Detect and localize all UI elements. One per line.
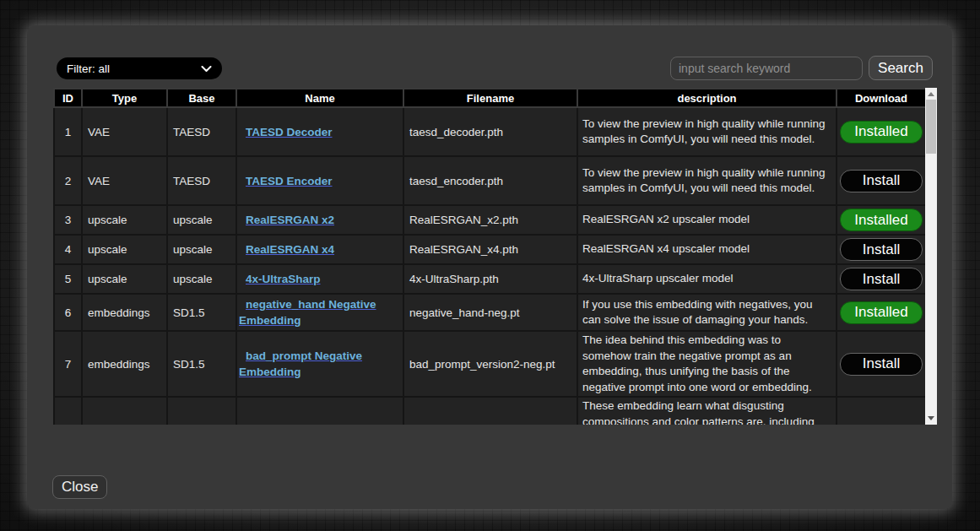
model-table-container: IDTypeBaseNameFilenamedescriptionDownloa…: [53, 88, 925, 425]
install-button[interactable]: Install: [840, 238, 923, 261]
cell-download: Installed: [837, 205, 925, 235]
cell-id: 6: [54, 294, 82, 331]
cell-filename: taesd_encoder.pth: [403, 156, 577, 205]
table-scrollbar[interactable]: [925, 88, 937, 425]
cell-download: Installed: [837, 294, 925, 331]
cell-base: upscale: [167, 235, 236, 264]
scrollbar-up-arrow-icon[interactable]: [928, 92, 934, 96]
cell-id: 5: [54, 264, 82, 294]
cell-base: [167, 397, 236, 425]
scrollbar-thumb[interactable]: [926, 100, 936, 154]
column-header: Filename: [403, 89, 577, 107]
model-name-link[interactable]: TAESD Encoder: [246, 175, 333, 187]
cell-download: Installed: [837, 107, 925, 156]
install-button[interactable]: Install: [840, 353, 923, 376]
cell-name: RealESRGAN x2: [236, 205, 403, 235]
cell-download: Install: [837, 235, 925, 264]
table-row: These embedding learn what disgusting co…: [54, 397, 925, 425]
cell-name: TAESD Encoder: [236, 156, 403, 205]
cell-download: [837, 397, 925, 425]
model-table: IDTypeBaseNameFilenamedescriptionDownloa…: [53, 88, 925, 425]
model-name-link[interactable]: negative_hand Negative Embedding: [239, 298, 376, 327]
install-button[interactable]: Install: [840, 170, 923, 192]
cell-name: TAESD Decoder: [236, 107, 403, 156]
installed-button[interactable]: Installed: [840, 301, 923, 324]
cell-filename: RealESRGAN_x2.pth: [403, 205, 577, 235]
cell-name: negative_hand Negative Embedding: [236, 294, 403, 331]
cell-description: To view the preview in high quality whil…: [577, 156, 837, 205]
cell-name: bad_prompt Negative Embedding: [236, 331, 403, 397]
model-name-link[interactable]: RealESRGAN x2: [246, 214, 334, 226]
cell-id: 1: [54, 107, 82, 156]
column-header: Type: [82, 89, 167, 107]
column-header: Name: [236, 89, 403, 107]
cell-download: Install: [837, 156, 925, 205]
cell-type: [82, 397, 167, 425]
cell-id: 7: [54, 331, 82, 397]
chevron-down-icon: [201, 62, 212, 75]
model-install-dialog: Filter: all Search IDTypeBaseNameFilenam…: [27, 25, 952, 509]
cell-download: Install: [837, 264, 925, 294]
cell-base: TAESD: [167, 107, 236, 156]
column-header: description: [577, 89, 837, 107]
cell-type: embeddings: [82, 331, 167, 397]
cell-base: TAESD: [167, 156, 236, 205]
filter-select[interactable]: Filter: all: [57, 57, 222, 79]
column-header: Base: [167, 89, 236, 107]
cell-type: embeddings: [82, 294, 167, 331]
cell-description: If you use this embedding with negatives…: [577, 294, 837, 331]
cell-name: 4x-UltraSharp: [236, 264, 403, 294]
column-header: ID: [54, 89, 82, 107]
cell-filename: negative_hand-neg.pt: [403, 294, 577, 331]
table-row: 6 embeddings SD1.5 negative_hand Negativ…: [54, 294, 925, 331]
cell-filename: RealESRGAN_x4.pth: [403, 235, 577, 264]
cell-id: 4: [54, 235, 82, 264]
table-row: 4 upscale upscale RealESRGAN x4 RealESRG…: [54, 235, 925, 264]
scrollbar-down-arrow-icon[interactable]: [928, 416, 934, 420]
cell-description: To view the preview in high quality whil…: [577, 107, 837, 156]
cell-filename: taesd_decoder.pth: [403, 107, 577, 156]
model-table-body: 1 VAE TAESD TAESD Decoder taesd_decoder.…: [54, 107, 925, 425]
cell-filename: bad_prompt_version2-neg.pt: [403, 331, 577, 397]
cell-base: SD1.5: [167, 331, 236, 397]
search-input[interactable]: [670, 57, 863, 80]
cell-name: [236, 397, 403, 425]
cell-description: These embedding learn what disgusting co…: [577, 397, 837, 425]
cell-description: 4x-UltraSharp upscaler model: [577, 264, 837, 294]
installed-button[interactable]: Installed: [840, 121, 923, 144]
column-header: Download: [837, 89, 925, 107]
table-row: 5 upscale upscale 4x-UltraSharp 4x-Ultra…: [54, 264, 925, 294]
cell-type: VAE: [82, 107, 167, 156]
search-button[interactable]: Search: [869, 56, 933, 80]
table-row: 7 embeddings SD1.5 bad_prompt Negative E…: [54, 331, 925, 397]
cell-base: SD1.5: [167, 294, 236, 331]
table-row: 2 VAE TAESD TAESD Encoder taesd_encoder.…: [54, 156, 925, 205]
close-button[interactable]: Close: [52, 475, 107, 499]
model-name-link[interactable]: bad_prompt Negative Embedding: [239, 349, 362, 378]
installed-button[interactable]: Installed: [840, 209, 923, 231]
cell-id: 2: [54, 156, 82, 205]
cell-download: Install: [837, 331, 925, 397]
cell-id: [54, 397, 82, 425]
cell-id: 3: [54, 205, 82, 235]
model-name-link[interactable]: 4x-UltraSharp: [246, 273, 321, 285]
cell-name: RealESRGAN x4: [236, 235, 403, 264]
cell-type: upscale: [82, 235, 167, 264]
cell-description: RealESRGAN x2 upscaler model: [577, 205, 837, 235]
table-row: 1 VAE TAESD TAESD Decoder taesd_decoder.…: [54, 107, 925, 156]
install-button[interactable]: Install: [840, 268, 923, 290]
model-name-link[interactable]: RealESRGAN x4: [246, 243, 334, 256]
cell-type: upscale: [82, 205, 167, 235]
cell-filename: 4x-UltraSharp.pth: [403, 264, 577, 294]
cell-base: upscale: [167, 205, 236, 235]
cell-filename: [403, 397, 577, 425]
cell-type: VAE: [82, 156, 167, 205]
model-name-link[interactable]: TAESD Decoder: [246, 126, 333, 138]
cell-description: The idea behind this embedding was to so…: [577, 331, 837, 397]
table-header-row: IDTypeBaseNameFilenamedescriptionDownloa…: [54, 89, 925, 107]
filter-select-value: Filter: all: [67, 62, 110, 75]
cell-type: upscale: [82, 264, 167, 294]
cell-description: RealESRGAN x4 upscaler model: [577, 235, 837, 264]
table-row: 3 upscale upscale RealESRGAN x2 RealESRG…: [54, 205, 925, 235]
comfyui-canvas-background: Filter: all Search IDTypeBaseNameFilenam…: [0, 0, 980, 531]
